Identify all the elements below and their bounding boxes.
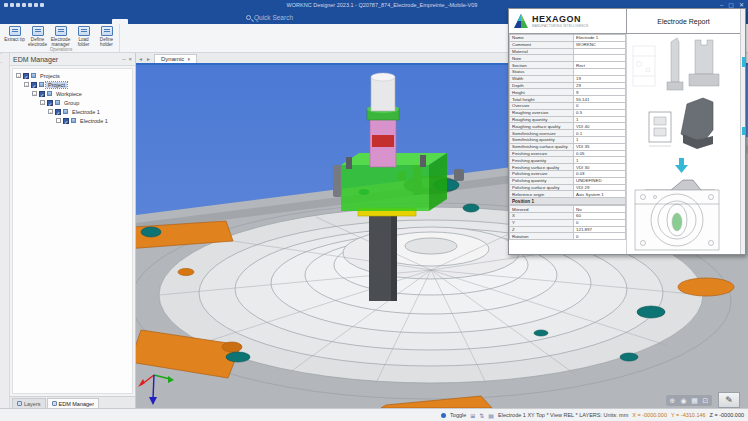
- tree-expander-icon[interactable]: -: [48, 109, 53, 114]
- view-pan-icon[interactable]: ◉: [679, 396, 688, 405]
- parameter-row: Depth 29: [510, 82, 626, 89]
- panel-bottom-tab[interactable]: Layers: [12, 398, 46, 408]
- parameter-label: Status: [510, 68, 574, 75]
- parameter-row: Roughing oversize 0.5: [510, 109, 626, 116]
- ribbon-button[interactable]: Define electrode: [27, 25, 48, 47]
- checkbox-checked-icon[interactable]: ✓: [47, 100, 53, 106]
- hexagon-logo-icon: [513, 13, 529, 29]
- scrollbar-marker[interactable]: [742, 57, 745, 67]
- quick-access-icon[interactable]: [28, 3, 32, 7]
- parameter-label: Note: [510, 55, 574, 62]
- position-label: Mirrored: [510, 206, 574, 213]
- quick-access-icon[interactable]: [10, 3, 14, 7]
- tree-node[interactable]: - ✓ Workpiece: [13, 89, 132, 98]
- status-swap-icon[interactable]: ⇅: [479, 412, 484, 419]
- parameter-row: Total height 55.141: [510, 96, 626, 103]
- view-rotate-icon[interactable]: ⊕: [668, 396, 677, 405]
- checkbox-checked-icon[interactable]: ✓: [23, 73, 29, 79]
- parameter-value: 1: [574, 116, 626, 123]
- pin-icon[interactable]: –: [122, 56, 125, 62]
- toggle-indicator-icon[interactable]: [441, 413, 446, 418]
- ribbon-button-icon: [55, 26, 67, 36]
- ribbon-group-label: Operations: [2, 47, 120, 52]
- position-label: X: [510, 212, 574, 219]
- electrode-view-thumbnails: [667, 38, 719, 90]
- view-fit-icon[interactable]: ⊡: [701, 396, 710, 405]
- tree-node[interactable]: ✓ Electrode 1: [13, 116, 132, 125]
- position-label: Rotation: [510, 233, 574, 240]
- coordinate-z: Z = -0000.000: [710, 412, 744, 418]
- side-vertical-tab[interactable]: [0, 62, 2, 71]
- tree-node[interactable]: - ✓ Group: [13, 98, 132, 107]
- checkbox-checked-icon[interactable]: ✓: [39, 91, 45, 97]
- quick-access-icon[interactable]: [34, 3, 38, 7]
- view-zoom-icon[interactable]: ▦: [690, 396, 699, 405]
- side-vertical-tab[interactable]: [0, 53, 2, 62]
- viewport-toolbar[interactable]: ⊕ ◉ ▦ ⊡: [666, 395, 712, 406]
- parameter-value: Electrode 1: [574, 35, 626, 42]
- tab-nav-right-icon[interactable]: ▸: [144, 55, 152, 63]
- parameter-value: Rect: [574, 62, 626, 69]
- quick-access-icon[interactable]: [4, 3, 8, 7]
- status-grid-icon[interactable]: ⊞: [470, 412, 475, 419]
- report-scrollbar[interactable]: [740, 9, 745, 254]
- ribbon-button[interactable]: Define holder: [96, 25, 117, 47]
- holder-view-thumbnail: [681, 98, 713, 149]
- tree-node[interactable]: - ✓ Electrode 1: [13, 107, 132, 116]
- parameter-label: Roughing surface quality: [510, 123, 574, 130]
- tree-expander-icon[interactable]: -: [24, 82, 29, 87]
- report-header: HEXAGON MANUFACTURING INTELLIGENCE Elect…: [509, 9, 740, 34]
- parameter-label: Name: [510, 35, 574, 42]
- parameter-value: 55.141: [574, 96, 626, 103]
- checkbox-checked-icon[interactable]: ✓: [63, 118, 69, 124]
- ribbon-button[interactable]: Electrode manager: [50, 25, 71, 47]
- ribbon-button[interactable]: Load folder: [73, 25, 94, 47]
- parameter-row: Finishing quantity 1: [510, 157, 626, 164]
- parameter-value: VDI 30: [574, 164, 626, 171]
- brand-subtitle: MANUFACTURING INTELLIGENCE: [532, 24, 588, 28]
- search-icon: [246, 15, 251, 20]
- annotation-tool-button[interactable]: ✎: [718, 392, 740, 408]
- tab-nav-left-icon[interactable]: ◂: [136, 55, 144, 63]
- parameter-value: 0.03: [574, 170, 626, 177]
- parameter-label: Section: [510, 62, 574, 69]
- quick-access-toolbar[interactable]: [4, 3, 44, 7]
- tree-expander-icon[interactable]: -: [40, 100, 45, 105]
- quick-access-icon[interactable]: [22, 3, 26, 7]
- position-label: Z: [510, 226, 574, 233]
- quick-search[interactable]: Quick Search: [240, 10, 299, 24]
- parameter-value: 19: [574, 75, 626, 82]
- checkbox-checked-icon[interactable]: ✓: [31, 82, 37, 88]
- ribbon-button[interactable]: Extract tip: [4, 25, 25, 47]
- position-label: Y: [510, 219, 574, 226]
- brand-name: HEXAGON: [532, 14, 588, 24]
- tree-expander-icon[interactable]: [56, 118, 61, 123]
- panel-tab-label: Layers: [24, 401, 41, 407]
- scrollbar-marker[interactable]: [742, 127, 745, 135]
- parameter-label: Depth: [510, 82, 574, 89]
- parameter-row: Reference origin Axis System 1: [510, 191, 626, 198]
- edm-panel-title: EDM Manager: [13, 56, 119, 63]
- quick-access-icon[interactable]: [16, 3, 20, 7]
- red-band: [372, 135, 394, 147]
- status-layers-icon[interactable]: ▤: [488, 412, 494, 419]
- panel-tab-icon: [17, 401, 22, 406]
- parameter-value: WORKNC: [574, 41, 626, 48]
- report-title: Electrode Report: [627, 9, 740, 33]
- tree-node-icon: [55, 100, 60, 105]
- tree-expander-icon[interactable]: -: [16, 73, 21, 78]
- parameter-row: Section Rect: [510, 62, 626, 69]
- parameter-value: UNDEFINED: [574, 177, 626, 184]
- position-row: X 60: [510, 212, 626, 219]
- panel-bottom-tab[interactable]: EDM Manager: [47, 398, 99, 408]
- parameter-row: Oversize 0: [510, 102, 626, 109]
- parameter-label: Width: [510, 75, 574, 82]
- viewport-view-tab[interactable]: Dynamic ▾: [154, 54, 197, 63]
- tree-node[interactable]: - ✓ Project: [13, 80, 132, 89]
- parameter-label: Roughing oversize: [510, 109, 574, 116]
- tree-expander-icon[interactable]: -: [32, 91, 37, 96]
- close-icon[interactable]: ×: [128, 56, 132, 62]
- checkbox-checked-icon[interactable]: ✓: [55, 109, 61, 115]
- tree-node[interactable]: - ✓ Projects: [13, 71, 132, 80]
- coordinate-x: X = -0000.000: [632, 412, 667, 418]
